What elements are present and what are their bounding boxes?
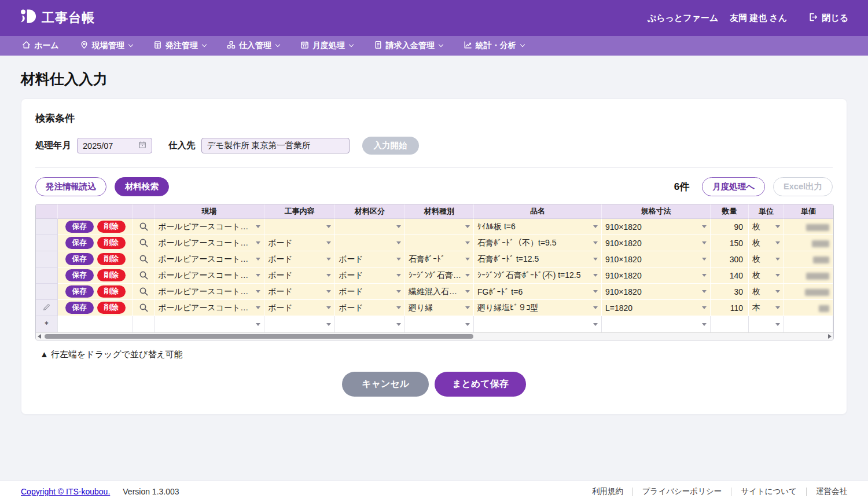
unit-select[interactable] <box>752 323 780 326</box>
period-input[interactable]: 2025/07 <box>77 138 152 153</box>
product-name-select[interactable] <box>477 323 598 326</box>
unit-select[interactable]: 枚 <box>752 254 780 265</box>
row-drag-handle[interactable] <box>36 251 58 268</box>
row-search-button[interactable] <box>133 219 155 235</box>
site-select[interactable]: ポールピアースコート六… <box>158 254 260 265</box>
scroll-right-arrow-icon[interactable] <box>828 334 832 339</box>
start-input-button[interactable]: 入力開始 <box>362 137 419 155</box>
unit-price-cell[interactable] <box>784 235 833 251</box>
product-name-select[interactable]: 廻り縁塩ﾋﾞ９ｺ型 <box>477 303 598 313</box>
cancel-button[interactable]: キャンセル <box>342 372 429 397</box>
material-type-select[interactable] <box>409 225 470 228</box>
material-type-select[interactable]: 廻り縁 <box>409 303 470 313</box>
work-content-select[interactable]: ボード <box>268 270 331 281</box>
row-drag-handle[interactable] <box>36 268 58 284</box>
size-select[interactable]: 910×1820 <box>605 255 707 264</box>
quantity-cell[interactable] <box>711 316 749 332</box>
row-save-button[interactable]: 保存 <box>65 221 94 233</box>
horizontal-scrollbar[interactable] <box>36 332 833 340</box>
material-type-select[interactable]: 石膏ﾎﾞｰﾄﾞ <box>409 254 470 265</box>
product-name-select[interactable]: ｼｰｼﾞﾝｸﾞ石膏ﾎﾞｰﾄﾞ(不) t=12.5 <box>477 270 598 281</box>
work-content-select[interactable]: ボード <box>268 303 331 313</box>
row-search-button[interactable] <box>133 300 155 316</box>
nav-item-statistics[interactable]: 統計・分析 <box>464 41 524 51</box>
material-category-select[interactable] <box>339 225 401 228</box>
row-drag-handle[interactable] <box>36 284 58 300</box>
quantity-cell[interactable]: 110 <box>711 300 749 316</box>
copyright-link[interactable]: Copyright © ITS-koubou. <box>21 487 110 496</box>
unit-price-cell[interactable] <box>784 268 833 284</box>
product-name-select[interactable]: FGﾎﾞｰﾄﾞ t=6 <box>477 287 598 296</box>
nav-item-purchase-management[interactable]: 仕入管理 <box>227 41 279 51</box>
size-select[interactable]: 910×1820 <box>605 287 707 296</box>
unit-price-cell[interactable] <box>784 316 833 332</box>
save-all-button[interactable]: まとめて保存 <box>435 372 526 397</box>
unit-select[interactable]: 枚 <box>752 238 780 248</box>
row-search-button[interactable] <box>133 235 155 251</box>
material-category-select[interactable]: ボード <box>339 303 401 313</box>
size-select[interactable]: L=1820 <box>605 303 707 313</box>
material-category-select[interactable]: ボード <box>339 270 401 281</box>
row-delete-button[interactable]: 削除 <box>97 237 126 249</box>
unit-select[interactable]: 枚 <box>752 270 780 281</box>
logout-button[interactable]: 閉じる <box>808 12 848 24</box>
quantity-cell[interactable]: 30 <box>711 284 749 300</box>
unit-price-cell[interactable] <box>784 219 833 235</box>
monthly-processing-button[interactable]: 月度処理へ <box>702 177 765 196</box>
app-logo[interactable]: 工事台帳 <box>20 8 95 28</box>
work-content-select[interactable] <box>268 225 331 228</box>
footer-link-about[interactable]: サイトについて <box>741 486 797 497</box>
footer-link-terms[interactable]: 利用規約 <box>592 486 623 497</box>
nav-item-home[interactable]: ホーム <box>22 41 59 51</box>
row-drag-handle[interactable] <box>36 219 58 235</box>
row-save-button[interactable]: 保存 <box>65 253 94 265</box>
load-order-info-button[interactable]: 発注情報読込 <box>35 177 106 196</box>
product-name-select[interactable]: 石膏ﾎﾞｰﾄﾞ t=12.5 <box>477 254 598 265</box>
row-delete-button[interactable]: 削除 <box>97 253 126 265</box>
quantity-cell[interactable]: 300 <box>711 251 749 268</box>
site-select[interactable] <box>158 323 260 326</box>
excel-export-button[interactable]: Excel出力 <box>773 177 833 196</box>
unit-select[interactable]: 枚 <box>752 287 780 297</box>
work-content-select[interactable]: ボード <box>268 254 331 265</box>
site-select[interactable]: ポールピアースコート六… <box>158 287 260 297</box>
material-type-select[interactable]: 繊維混入石膏板 <box>409 287 470 297</box>
quantity-cell[interactable]: 140 <box>711 268 749 284</box>
row-save-button[interactable]: 保存 <box>65 269 94 281</box>
row-delete-button[interactable]: 削除 <box>97 302 126 314</box>
site-select[interactable]: ポールピアースコート六… <box>158 303 260 313</box>
row-search-button[interactable] <box>133 284 155 300</box>
material-type-select[interactable]: ｼｰｼﾞﾝｸﾞ石膏… <box>409 270 470 281</box>
row-delete-button[interactable]: 削除 <box>97 285 126 298</box>
scrollbar-thumb[interactable] <box>45 334 473 339</box>
unit-price-cell[interactable] <box>784 251 833 268</box>
row-drag-handle[interactable] <box>36 300 58 316</box>
row-save-button[interactable]: 保存 <box>65 285 94 298</box>
work-content-select[interactable]: ボード <box>268 287 331 297</box>
scroll-left-arrow-icon[interactable] <box>38 334 41 339</box>
site-select[interactable]: ポールピアースコート六… <box>158 238 260 248</box>
work-content-select[interactable] <box>268 323 331 326</box>
row-delete-button[interactable]: 削除 <box>97 269 126 281</box>
material-category-select[interactable] <box>339 323 401 326</box>
unit-price-cell[interactable] <box>784 300 833 316</box>
product-name-select[interactable]: 石膏ﾎﾞｰﾄﾞ（不）t=9.5 <box>477 238 598 248</box>
unit-price-cell[interactable] <box>784 284 833 300</box>
size-select[interactable]: 910×1820 <box>605 271 707 280</box>
nav-item-site-management[interactable]: 現場管理 <box>80 41 133 51</box>
nav-item-monthly-processing[interactable]: 月度処理 <box>300 41 353 51</box>
row-save-button[interactable]: 保存 <box>65 237 94 249</box>
material-category-select[interactable]: ボード <box>339 287 401 297</box>
row-drag-handle[interactable] <box>36 235 58 251</box>
row-save-button[interactable]: 保存 <box>65 302 94 314</box>
material-type-select[interactable] <box>409 241 470 244</box>
unit-select[interactable]: 本 <box>752 303 780 313</box>
material-category-select[interactable] <box>339 241 401 244</box>
calendar-picker-icon[interactable] <box>138 141 146 151</box>
size-select[interactable]: 910×1820 <box>605 222 707 232</box>
footer-link-operator[interactable]: 運営会社 <box>816 486 847 497</box>
product-name-select[interactable]: ｹｲｶﾙ板 t=6 <box>477 222 598 232</box>
material-category-select[interactable]: ボード <box>339 254 401 265</box>
work-content-select[interactable]: ボード <box>268 238 331 248</box>
row-search-button[interactable] <box>133 251 155 268</box>
